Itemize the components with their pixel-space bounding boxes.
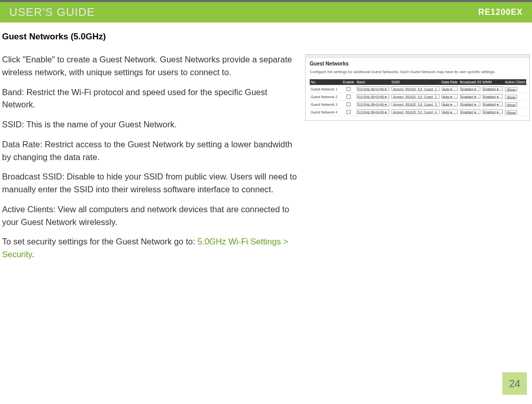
- band-select[interactable]: 5.0 GHz (B+G+N) ▾: [357, 109, 389, 114]
- panel-heading: Guest Networks: [310, 61, 525, 66]
- col-no: No.: [310, 79, 341, 85]
- band-select[interactable]: 5.0 GHz (B+G+N) ▾: [357, 102, 389, 106]
- page-content: Guest Networks (5.0GHz) Click "Enable" t…: [0, 23, 532, 268]
- config-panel: Guest Networks Configure the settings fo…: [305, 54, 530, 121]
- enable-checkbox[interactable]: [341, 108, 356, 116]
- section-title: Guest Networks (5.0GHz): [2, 32, 530, 42]
- table-row: Guest Network 35.0 GHz (B+G+N) ▾Amped_RE…: [310, 101, 526, 108]
- ssid-input[interactable]: Amped_REA20_5.0_Guest_4: [391, 109, 440, 114]
- broadcast-select[interactable]: Enabled ▾: [460, 102, 480, 106]
- col-ssid: SSID: [390, 79, 441, 85]
- wmm-select[interactable]: Enabled ▾: [482, 109, 503, 114]
- show-button[interactable]: Show: [505, 87, 517, 92]
- wmm-select[interactable]: Enabled ▾: [482, 94, 503, 99]
- enable-checkbox[interactable]: [341, 101, 356, 108]
- col-active: Active Client List: [504, 79, 526, 85]
- col-bcast: Broadcast SSID: [459, 79, 481, 85]
- col-band: Band: [356, 79, 390, 85]
- paragraph-active-clients: Active Clients: View all computers and n…: [2, 203, 299, 229]
- paragraph-intro: Click "Enable" to create a Guest Network…: [2, 53, 299, 79]
- ssid-input[interactable]: Amped_REA20_5.0_Guest_3: [391, 102, 440, 106]
- ssid-input[interactable]: Amped_REA20_5.0_Guest_1: [391, 86, 440, 91]
- table-row: Guest Network 45.0 GHz (B+G+N) ▾Amped_RE…: [310, 108, 526, 116]
- body-text: Click "Enable" to create a Guest Network…: [2, 53, 299, 268]
- show-button[interactable]: Show: [505, 110, 517, 115]
- rate-select[interactable]: Auto ▾: [442, 102, 458, 106]
- band-select[interactable]: 5.0 GHz (B+G+N) ▾: [357, 94, 389, 99]
- enable-checkbox[interactable]: [341, 93, 356, 101]
- col-enable: Enable: [341, 79, 356, 85]
- wmm-select[interactable]: Enabled ▾: [482, 102, 503, 106]
- show-button[interactable]: Show: [505, 95, 517, 99]
- guide-title: USER'S GUIDE: [9, 6, 95, 19]
- col-rate: Data Rate: [441, 79, 459, 85]
- security-suffix: .: [32, 250, 34, 259]
- table-header-row: No. Enable Band SSID Data Rate Broadcast…: [310, 79, 526, 85]
- broadcast-select[interactable]: Enabled ▾: [460, 109, 480, 114]
- paragraph-datarate: Data Rate: Restrict access to the Guest …: [2, 138, 299, 164]
- col-wmm: WMM: [481, 79, 504, 85]
- broadcast-select[interactable]: Enabled ▾: [460, 86, 480, 91]
- wmm-select[interactable]: Enabled ▾: [482, 86, 503, 91]
- rate-select[interactable]: Auto ▾: [442, 109, 458, 114]
- ssid-input[interactable]: Amped_REA20_5.0_Guest_2: [391, 94, 440, 99]
- paragraph-security-link: To set security settings for the Guest N…: [2, 235, 299, 261]
- row-label: Guest Network 1: [310, 85, 341, 93]
- table-row: Guest Network 25.0 GHz (B+G+N) ▾Amped_RE…: [310, 93, 526, 101]
- broadcast-select[interactable]: Enabled ▾: [460, 94, 480, 99]
- row-label: Guest Network 3: [310, 101, 341, 108]
- page-number: 24: [502, 372, 527, 395]
- model-number: RE1200EX: [478, 8, 523, 17]
- page-header: USER'S GUIDE RE1200EX: [0, 0, 532, 23]
- paragraph-broadcast: Broadcast SSID: Disable to hide your SSI…: [2, 170, 299, 196]
- security-prefix: To set security settings for the Guest N…: [2, 237, 197, 246]
- table-row: Guest Network 15.0 GHz (B+G+N) ▾Amped_RE…: [310, 85, 526, 93]
- row-label: Guest Network 4: [310, 108, 341, 116]
- guest-network-table: No. Enable Band SSID Data Rate Broadcast…: [310, 79, 526, 116]
- rate-select[interactable]: Auto ▾: [442, 86, 458, 91]
- row-label: Guest Network 2: [310, 93, 341, 101]
- show-button[interactable]: Show: [505, 102, 517, 107]
- enable-checkbox[interactable]: [341, 85, 356, 93]
- panel-description: Configure the settings for additional Gu…: [310, 70, 525, 74]
- paragraph-band: Band: Restrict the Wi-Fi protocol and sp…: [2, 86, 299, 111]
- paragraph-ssid: SSID: This is the name of your Guest Net…: [2, 118, 299, 131]
- band-select[interactable]: 5.0 GHz (B+G+N) ▾: [357, 86, 389, 91]
- rate-select[interactable]: Auto ▾: [442, 94, 458, 99]
